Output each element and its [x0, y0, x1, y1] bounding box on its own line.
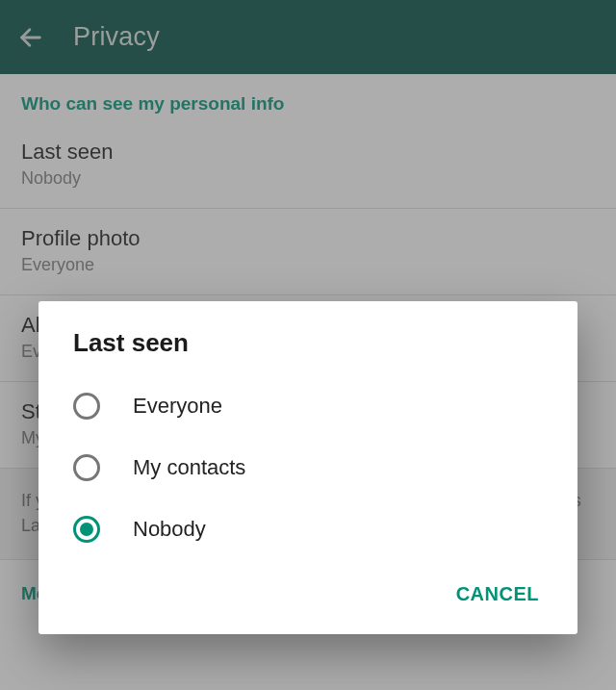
dialog-actions: CANCEL	[38, 560, 578, 623]
radio-icon	[73, 393, 100, 420]
radio-icon	[73, 454, 100, 481]
radio-label: Nobody	[133, 517, 206, 542]
radio-label: Everyone	[133, 394, 222, 419]
dialog-title: Last seen	[38, 328, 578, 375]
radio-option-nobody[interactable]: Nobody	[38, 498, 578, 560]
radio-icon	[73, 516, 100, 543]
radio-label: My contacts	[133, 455, 245, 480]
radio-option-everyone[interactable]: Everyone	[38, 375, 578, 437]
last-seen-dialog: Last seen Everyone My contacts Nobody CA…	[38, 301, 578, 634]
radio-option-my-contacts[interactable]: My contacts	[38, 437, 578, 498]
cancel-button[interactable]: CANCEL	[445, 574, 551, 615]
